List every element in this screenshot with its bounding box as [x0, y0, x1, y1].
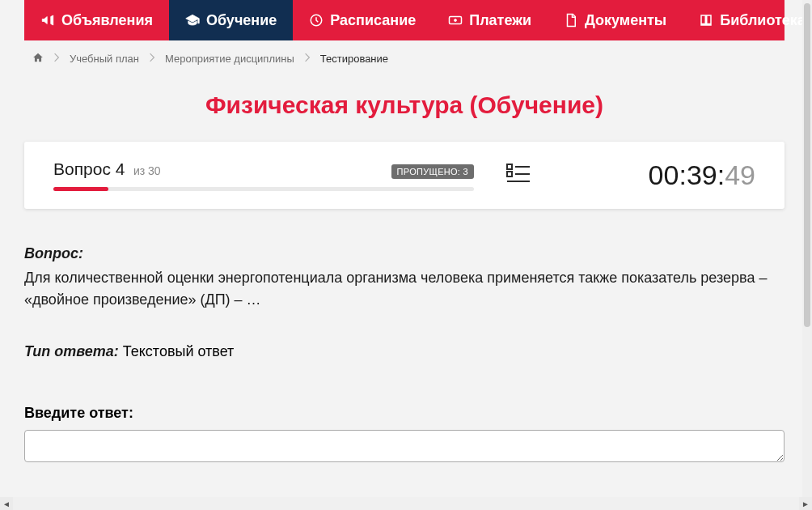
nav-label: Документы [585, 12, 666, 29]
payment-icon [448, 13, 463, 28]
svg-rect-3 [507, 164, 512, 169]
breadcrumb-current: Тестирование [320, 53, 388, 65]
chevron-right-icon [149, 53, 155, 65]
timer-millis: 49 [725, 159, 755, 191]
nav-label: Обучение [206, 12, 277, 29]
question-list-icon[interactable] [506, 163, 531, 189]
breadcrumb-link-plan[interactable]: Учебный план [70, 53, 139, 65]
nav-label: Библиотека [720, 12, 802, 29]
home-icon[interactable] [32, 52, 44, 66]
horizontal-scrollbar[interactable]: ◄ ► [0, 497, 812, 510]
page-title: Физическая культура (Обучение) [24, 91, 785, 119]
clock-icon [309, 13, 324, 28]
timer-minutes: 00 [649, 159, 679, 191]
breadcrumb-link-event[interactable]: Мероприятие дисциплины [165, 53, 294, 65]
status-bar: Вопрос 4 из 30 ПРОПУЩЕНО: 3 [24, 142, 785, 209]
svg-rect-5 [507, 172, 512, 176]
progress-fill [53, 187, 108, 191]
nav-label: Платежи [469, 12, 531, 29]
nav-learning[interactable]: Обучение [169, 0, 293, 40]
document-icon [564, 13, 578, 28]
navbar: Объявления Обучение Расписание [24, 0, 785, 40]
timer-seconds: 39 [687, 159, 717, 191]
nav-label: Расписание [330, 12, 416, 29]
scrollbar-thumb[interactable] [804, 3, 810, 327]
nav-payments[interactable]: Платежи [432, 0, 548, 40]
megaphone-icon [40, 13, 55, 28]
svg-point-2 [455, 19, 457, 22]
graduation-icon [185, 13, 200, 28]
chevron-right-icon [304, 53, 311, 65]
question-number: Вопрос 4 [53, 159, 125, 178]
scroll-left-icon[interactable]: ◄ [0, 497, 13, 510]
question-total: из 30 [133, 164, 161, 177]
question-label: Вопрос: [24, 245, 83, 261]
skipped-badge: ПРОПУЩЕНО: 3 [391, 164, 474, 179]
book-icon [699, 13, 713, 28]
scroll-right-icon[interactable]: ► [799, 497, 812, 510]
breadcrumb: Учебный план Мероприятие дисциплины Тест… [24, 40, 785, 77]
nav-label: Объявления [61, 12, 153, 29]
progress-bar [53, 187, 474, 191]
answer-input[interactable] [24, 430, 785, 462]
nav-schedule[interactable]: Расписание [293, 0, 432, 40]
answer-type-value: Текстовый ответ [123, 343, 235, 359]
answer-type-label: Тип ответа: [24, 343, 119, 359]
nav-library[interactable]: Библиотека [683, 0, 802, 40]
vertical-scrollbar[interactable] [802, 0, 812, 497]
chevron-right-icon [53, 53, 60, 65]
question-text: Для количественной оценки энергопотенциа… [24, 267, 785, 311]
answer-input-label: Введите ответ: [24, 405, 785, 422]
timer: 00:39:49 [649, 159, 755, 191]
nav-documents[interactable]: Документы [548, 0, 683, 40]
nav-announcements[interactable]: Объявления [24, 0, 169, 40]
